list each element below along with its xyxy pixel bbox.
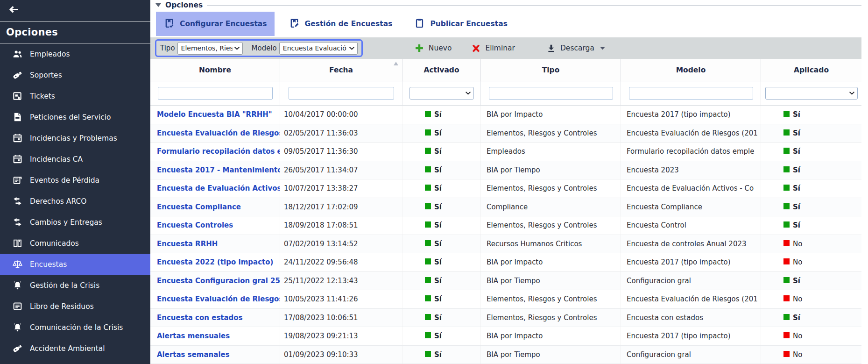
- cell-modelo: Encuesta Compliance: [621, 198, 761, 216]
- cell-nombre-link[interactable]: Alertas mensuales: [150, 327, 280, 345]
- column-header-tipo[interactable]: Tipo: [481, 59, 621, 81]
- flag-label: Sí: [434, 332, 442, 340]
- table-row[interactable]: Encuesta de Evaluación Activos - C10/07/…: [150, 179, 861, 198]
- table-row[interactable]: Encuesta Configuracion gral 25/11/225/11…: [150, 272, 861, 291]
- tab-configurar-encuestas[interactable]: Configurar Encuestas: [156, 12, 275, 36]
- cell-tipo: BIA por Impacto: [481, 253, 621, 271]
- nuevo-button[interactable]: Nuevo: [414, 43, 452, 53]
- cell-nombre-link[interactable]: Encuesta Configuracion gral 25/11/2: [150, 272, 280, 290]
- filter-nombre-input[interactable]: [158, 87, 273, 100]
- nuevo-label: Nuevo: [429, 44, 452, 52]
- sidebar-item-soportes[interactable]: Soportes: [0, 64, 150, 86]
- cell-nombre-link[interactable]: Encuesta de Evaluación Activos - C: [150, 179, 280, 198]
- tab-label: Gestión de Encuestas: [305, 20, 393, 28]
- tipo-label: Tipo: [160, 44, 175, 52]
- green-square-icon: [425, 351, 431, 357]
- filter-tipo-input[interactable]: [489, 87, 613, 100]
- flag-label: No: [793, 350, 802, 359]
- table-row[interactable]: Encuesta con estados17/08/2023 10:06:51S…: [150, 309, 861, 328]
- cell-nombre-link[interactable]: Encuesta 2022 (tipo impacto): [150, 253, 280, 271]
- sidebar-item-label: Empleados: [30, 50, 70, 58]
- table-row[interactable]: Modelo Encuesta BIA "RRHH"10/04/2017 00:…: [150, 106, 861, 124]
- modelo-select[interactable]: Encuesta Evaluació: [279, 42, 358, 55]
- column-header-fecha[interactable]: Fecha: [280, 59, 402, 81]
- sidebar-item-comunicacion-de-la-crisis[interactable]: Comunicación de la Crisis: [0, 317, 150, 338]
- flag-label: Sí: [793, 129, 800, 137]
- collapse-triangle-icon[interactable]: [155, 3, 161, 7]
- cell-nombre-link[interactable]: Encuesta RRHH: [150, 235, 280, 253]
- cell-nombre-link[interactable]: Encuesta Compliance: [150, 198, 280, 216]
- sidebar-item-incidencias-ca[interactable]: Incidencias CA: [0, 149, 150, 170]
- tipo-select[interactable]: Elementos, Riesgos: [177, 42, 243, 55]
- cell-nombre-link[interactable]: Encuesta con estados: [150, 309, 280, 327]
- column-header-activado[interactable]: Activado: [402, 59, 481, 81]
- flag-label: Sí: [793, 277, 800, 285]
- cell-modelo: Encuesta con estados: [621, 309, 761, 327]
- column-header-aplicado[interactable]: Aplicado: [761, 59, 861, 81]
- sidebar-item-derechos-arco[interactable]: Derechos ARCO: [0, 191, 150, 212]
- sidebar-item-label: Gestión de la Crisis: [30, 281, 99, 290]
- sidebar-item-label: Libro de Residuos: [30, 302, 94, 311]
- cell-nombre-link[interactable]: Alertas semanales: [150, 346, 280, 364]
- cell-nombre-link[interactable]: Encuesta Evaluación de Riesgos (20: [150, 290, 280, 308]
- cell-nombre-link[interactable]: Modelo Encuesta BIA "RRHH": [150, 106, 280, 124]
- chevron-down-icon: [465, 91, 471, 95]
- cell-nombre-link[interactable]: Encuesta Evaluación de Riesgos (20: [150, 124, 280, 143]
- x-mark-icon: [471, 43, 481, 53]
- sidebar-item-gestion-de-la-crisis[interactable]: Gestión de la Crisis: [0, 275, 150, 296]
- people-icon: [11, 49, 24, 60]
- table-row[interactable]: Formulario recopilación datos emp09/05/2…: [150, 143, 861, 161]
- table-row[interactable]: Alertas mensuales19/08/2023 09:21:13SíBI…: [150, 327, 861, 346]
- tab-gestion-de-encuestas[interactable]: Gestión de Encuestas: [281, 12, 400, 36]
- sidebar-item-libro-de-residuos[interactable]: Libro de Residuos: [0, 296, 150, 317]
- table-row[interactable]: Alertas semanales01/09/2023 09:10:33SíBI…: [150, 346, 861, 364]
- sidebar-item-encuestas[interactable]: Encuestas: [0, 254, 150, 275]
- tab-publicar-encuestas[interactable]: Publicar Encuestas: [406, 12, 515, 36]
- sidebar-item-peticiones-del-servicio[interactable]: Peticiones del Servicio: [0, 107, 150, 128]
- sidebar-item-eventos-de-perdida[interactable]: Eventos de Pérdida: [0, 170, 150, 191]
- sidebar-item-accidente-ambiental[interactable]: Accidente Ambiental: [0, 338, 150, 359]
- table-row[interactable]: Encuesta Evaluación de Riesgos (2010/05/…: [150, 290, 861, 309]
- descarga-button[interactable]: Descarga: [546, 43, 606, 53]
- sidebar-item-label: Incidencias y Problemas: [30, 134, 117, 143]
- sidebar-item-tickets[interactable]: Tickets: [0, 86, 150, 107]
- cell-nombre-link[interactable]: Formulario recopilación datos emp: [150, 143, 280, 161]
- cell-tipo: Elementos, Riesgos y Controles: [481, 179, 621, 198]
- chevron-down-icon: [849, 91, 855, 95]
- flag-label: Sí: [434, 203, 442, 211]
- table-row[interactable]: Encuesta Controles18/09/2018 17:08:51SíE…: [150, 216, 861, 235]
- flag-label: Sí: [434, 314, 442, 322]
- sidebar-item-empleados[interactable]: Empleados: [0, 43, 150, 64]
- cell-activado: Sí: [402, 290, 481, 308]
- column-header-label: Fecha: [329, 66, 353, 74]
- eliminar-button[interactable]: Eliminar: [471, 43, 515, 53]
- flag-label: Sí: [434, 221, 442, 229]
- cell-fecha: 25/11/2022 12:13:43: [280, 272, 402, 290]
- table-row[interactable]: Encuesta RRHH07/02/2019 13:14:52SíRecurs…: [150, 235, 861, 254]
- column-header-nombre[interactable]: Nombre: [150, 59, 280, 81]
- filter-modelo-input[interactable]: [629, 87, 753, 100]
- tab-label: Configurar Encuestas: [180, 20, 267, 28]
- legend-title: Opciones: [165, 1, 203, 9]
- cell-nombre-link[interactable]: Encuesta Controles: [150, 216, 280, 235]
- sidebar-item-comunicados[interactable]: Comunicados: [0, 233, 150, 254]
- cell-nombre-link[interactable]: Encuesta 2017 - Mantenimiento de S: [150, 161, 280, 179]
- sidebar-item-cambios-y-entregas[interactable]: Cambios y Entregas: [0, 212, 150, 233]
- filter-fecha-input[interactable]: [289, 87, 394, 100]
- filter-aplicado-select[interactable]: [765, 87, 858, 100]
- toolbar-separator: [533, 41, 533, 55]
- table-row[interactable]: Encuesta 2022 (tipo impacto)24/11/2022 0…: [150, 253, 861, 272]
- filter-activado-select[interactable]: [409, 87, 474, 100]
- table-row[interactable]: Encuesta Compliance18/12/2017 17:02:09Sí…: [150, 198, 861, 217]
- sidebar-collapse-button[interactable]: [0, 0, 150, 21]
- table-row[interactable]: Encuesta 2017 - Mantenimiento de S26/05/…: [150, 161, 861, 180]
- sidebar-item-incidencias-y-problemas[interactable]: Incidencias y Problemas: [0, 128, 150, 149]
- column-header-modelo[interactable]: Modelo: [621, 59, 761, 81]
- cell-activado: Sí: [402, 309, 481, 327]
- swap-arrows-icon: [11, 217, 24, 228]
- green-square-icon: [783, 203, 790, 209]
- cell-activado: Sí: [402, 253, 481, 271]
- green-square-icon: [425, 166, 431, 172]
- table-row[interactable]: Encuesta Evaluación de Riesgos (2002/05/…: [150, 124, 861, 143]
- green-square-icon: [425, 129, 431, 136]
